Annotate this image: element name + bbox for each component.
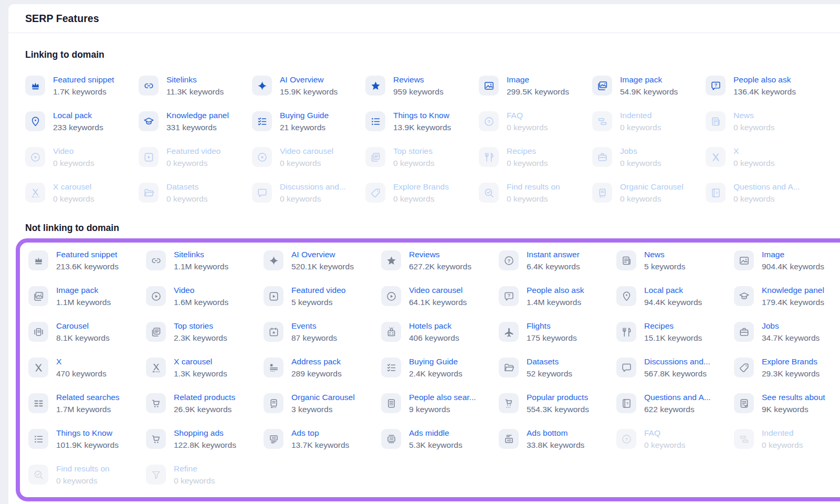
serp-feature-item[interactable]: People also sear...9 keywords [381, 391, 499, 415]
serp-feature-item[interactable]: Knowledge panel331 keywords [139, 109, 252, 133]
serp-feature-item[interactable]: Top stories2.3K keywords [146, 320, 264, 344]
feature-label[interactable]: Discussions and... [644, 355, 710, 368]
feature-label[interactable]: People also sear... [409, 391, 476, 403]
feature-label[interactable]: Ads bottom [527, 427, 584, 439]
feature-label[interactable]: Local pack [644, 284, 702, 296]
serp-feature-item[interactable]: Image904.4K keywords [734, 248, 840, 272]
serp-feature-item[interactable]: Video1.6M keywords [146, 284, 264, 308]
serp-feature-item[interactable]: AI Overview520.1K keywords [264, 248, 381, 272]
feature-label[interactable]: Reviews [409, 248, 471, 260]
feature-label[interactable]: Popular products [527, 391, 589, 403]
feature-label[interactable]: Featured snippet [56, 248, 119, 260]
serp-feature-item[interactable]: Shopping ads122.8K keywords [146, 427, 264, 451]
feature-label[interactable]: Explore Brands [762, 355, 820, 368]
feature-label[interactable]: People also ask [733, 74, 796, 86]
feature-label[interactable]: Datasets [527, 355, 572, 368]
feature-label[interactable]: Address pack [291, 355, 342, 368]
serp-feature-item[interactable]: ADAds bottom33.8K keywords [499, 427, 616, 451]
feature-label[interactable]: Knowledge panel [166, 109, 229, 121]
feature-label[interactable]: Knowledge panel [762, 284, 824, 296]
feature-label[interactable]: Image pack [56, 284, 111, 296]
serp-feature-item[interactable]: Featured video5 keywords [264, 284, 381, 308]
feature-label[interactable]: X carousel [174, 355, 227, 368]
serp-feature-item[interactable]: Buying Guide21 keywords [252, 109, 365, 133]
feature-label[interactable]: Top stories [174, 320, 227, 332]
serp-feature-item[interactable]: ?Instant answer6.4K keywords [499, 248, 616, 272]
feature-label[interactable]: Related products [174, 391, 235, 403]
serp-feature-item[interactable]: See results about9K keywords [734, 391, 840, 415]
feature-label[interactable]: Featured snippet [53, 74, 114, 86]
feature-label[interactable]: Events [291, 320, 337, 332]
feature-label[interactable]: Ads middle [409, 427, 463, 439]
serp-feature-item[interactable]: ?People also ask1.4M keywords [499, 284, 616, 308]
feature-label[interactable]: Hotels pack [409, 320, 459, 332]
serp-feature-item[interactable]: ADAds middle5.3K keywords [381, 427, 499, 451]
feature-label[interactable]: X [56, 355, 107, 368]
serp-feature-item[interactable]: Related searches1.7M keywords [28, 391, 146, 415]
feature-label[interactable]: Things to Know [393, 109, 451, 121]
serp-feature-item[interactable]: AI Overview15.9K keywords [252, 74, 365, 98]
feature-label[interactable]: Buying Guide [409, 355, 463, 368]
feature-label[interactable]: Shopping ads [174, 427, 236, 439]
feature-label[interactable]: Recipes [644, 320, 702, 332]
serp-feature-item[interactable]: Video carousel64.1K keywords [381, 284, 499, 308]
serp-feature-item[interactable]: X470 keywords [28, 355, 146, 380]
feature-label[interactable]: News [644, 248, 685, 260]
serp-feature-item[interactable]: Knowledge panel179.4K keywords [734, 284, 840, 308]
serp-feature-item[interactable]: Featured snippet213.6K keywords [28, 248, 146, 272]
serp-feature-item[interactable]: Things to Know101.9K keywords [28, 427, 146, 451]
serp-feature-item[interactable]: X carousel1.3K keywords [146, 355, 264, 380]
feature-label[interactable]: Questions and A... [644, 391, 711, 403]
feature-label[interactable]: Jobs [762, 320, 820, 332]
feature-label[interactable]: Related searches [56, 391, 120, 403]
serp-feature-item[interactable]: Sitelinks11.3K keywords [139, 74, 252, 98]
serp-feature-item[interactable]: Explore Brands29.3K keywords [734, 355, 840, 380]
feature-label[interactable]: Instant answer [527, 248, 580, 260]
feature-label[interactable]: Image [762, 248, 824, 260]
feature-label[interactable]: Carousel [56, 320, 110, 332]
serp-feature-item[interactable]: Things to Know13.9K keywords [365, 109, 479, 133]
feature-label[interactable]: AI Overview [280, 74, 338, 86]
serp-feature-item[interactable]: Related products26.9K keywords [146, 391, 264, 415]
serp-feature-item[interactable]: Popular products554.3K keywords [499, 391, 616, 415]
feature-label[interactable]: Sitelinks [166, 74, 224, 86]
feature-label[interactable]: Image pack [620, 74, 678, 86]
feature-label[interactable]: Reviews [393, 74, 444, 86]
serp-feature-item[interactable]: Recipes15.1K keywords [616, 320, 734, 344]
feature-label[interactable]: Things to Know [56, 427, 119, 439]
serp-feature-item[interactable]: Reviews627.2K keywords [381, 248, 499, 272]
serp-feature-item[interactable]: Discussions and...567.8K keywords [616, 355, 734, 380]
serp-feature-item[interactable]: Image pack1.1M keywords [28, 284, 146, 308]
serp-feature-item[interactable]: Reviews959 keywords [365, 74, 479, 98]
serp-feature-item[interactable]: ?Questions and A...622 keywords [616, 391, 734, 415]
serp-feature-item[interactable]: Buying Guide2.4K keywords [381, 355, 499, 380]
serp-feature-item[interactable]: ADAds top13.7K keywords [264, 427, 381, 451]
feature-label[interactable]: Buying Guide [280, 109, 329, 121]
serp-feature-item[interactable]: Carousel8.1K keywords [28, 320, 146, 344]
serp-feature-item[interactable]: Organic Carousel3 keywords [264, 391, 381, 415]
serp-feature-item[interactable]: Image pack54.9K keywords [592, 74, 706, 98]
serp-feature-item[interactable]: Image299.5K keywords [479, 74, 592, 98]
feature-label[interactable]: Local pack [53, 109, 103, 121]
feature-label[interactable]: People also ask [527, 284, 584, 296]
serp-feature-item[interactable]: News5 keywords [616, 248, 734, 272]
feature-label[interactable]: Image [507, 74, 569, 86]
feature-label[interactable]: Flights [527, 320, 577, 332]
feature-label[interactable]: Ads top [291, 427, 349, 439]
serp-feature-item[interactable]: Local pack233 keywords [25, 109, 139, 133]
serp-feature-item[interactable]: Jobs34.7K keywords [734, 320, 840, 344]
serp-feature-item[interactable]: Events87 keywords [264, 320, 381, 344]
feature-label[interactable]: See results about [762, 391, 825, 403]
feature-label[interactable]: Video [174, 284, 228, 296]
feature-label[interactable]: AI Overview [291, 248, 354, 260]
feature-label[interactable]: Video carousel [409, 284, 467, 296]
serp-feature-item[interactable]: Flights175 keywords [499, 320, 616, 344]
serp-feature-item[interactable]: ?People also ask136.4K keywords [706, 74, 819, 98]
serp-feature-item[interactable]: Sitelinks1.1M keywords [146, 248, 264, 272]
serp-feature-item[interactable]: Hotels pack406 keywords [381, 320, 499, 344]
serp-feature-item[interactable]: Local pack94.4K keywords [616, 284, 734, 308]
feature-label[interactable]: Organic Carousel [291, 391, 355, 403]
serp-feature-item[interactable]: Datasets52 keywords [499, 355, 616, 380]
feature-label[interactable]: Sitelinks [174, 248, 228, 260]
serp-feature-item[interactable]: Featured snippet1.7K keywords [25, 74, 139, 98]
